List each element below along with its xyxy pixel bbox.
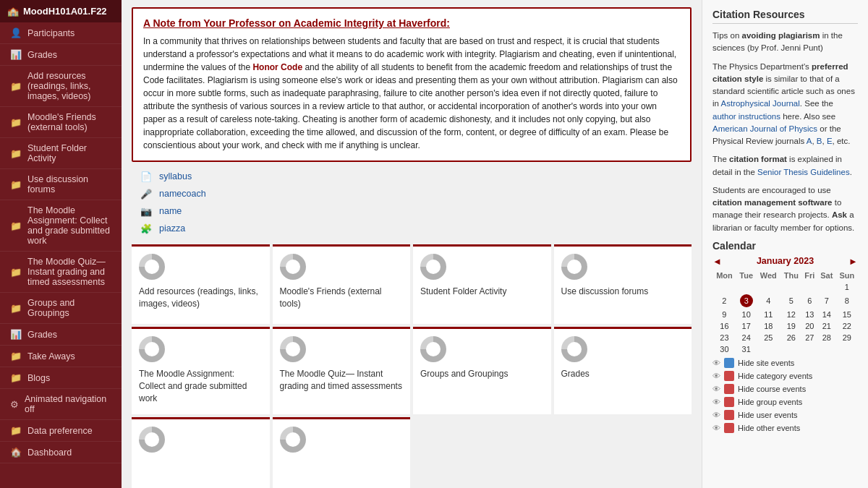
cal-day-18[interactable]: 18: [757, 320, 780, 332]
astrophysical-link[interactable]: Astrophysical Journal: [721, 99, 800, 108]
cal-day-21[interactable]: 21: [817, 320, 836, 332]
cal-day-7[interactable]: 7: [817, 293, 836, 309]
card-moodle-assignment[interactable]: The Moodle Assignment: Collect and grade…: [132, 327, 270, 414]
cal-day-23[interactable]: 23: [712, 332, 736, 343]
sidebar-item-dashboard[interactable]: 🏠Dashboard: [0, 442, 122, 463]
author-instructions-link[interactable]: author instructions: [712, 112, 780, 121]
sidebar-item-moodle-quiz[interactable]: 📁The Moodle Quiz— Instant grading and ti…: [0, 252, 122, 293]
event-site-events[interactable]: 👁 Hide site events: [712, 358, 858, 368]
cal-day-empty: [757, 343, 780, 355]
sidebar-item-moodle-assignment[interactable]: 📁The Moodle Assignment: Collect and grad…: [0, 200, 122, 252]
cal-day-3[interactable]: 3: [736, 293, 757, 309]
sidebar-item-student-folder[interactable]: 📁Student Folder Activity: [0, 138, 122, 169]
link-name[interactable]: 📷name: [139, 204, 692, 218]
event-label-group-events: Hide group events: [738, 398, 802, 406]
sidebar-nav: 👤Participants📊Grades📁Add resources (read…: [0, 22, 122, 463]
sidebar-header[interactable]: 🏫 MoodH101A01.F22: [0, 0, 122, 22]
cal-day-15[interactable]: 15: [836, 309, 858, 320]
sidebar-label-add-resources: Add resources (readings, links, images, …: [27, 71, 114, 101]
sidebar-icon-dashboard: 🏠: [10, 447, 22, 458]
card-groups-groupings[interactable]: Groups and Groupings: [413, 327, 551, 414]
cal-day-14[interactable]: 14: [817, 309, 836, 320]
sidebar-label-groups-groupings: Groups and Groupings: [27, 298, 114, 318]
cal-day-25[interactable]: 25: [757, 332, 780, 343]
sidebar-label-blogs: Blogs: [27, 373, 50, 383]
sidebar-item-take-aways[interactable]: 📁Take Aways: [0, 346, 122, 367]
cal-day-28[interactable]: 28: [817, 332, 836, 343]
sidebar-item-blogs[interactable]: 📁Blogs: [0, 367, 122, 389]
event-other-events[interactable]: 👁 Hide other events: [712, 423, 858, 433]
citation-text1: Tips on avoiding plagiarism in the scien…: [712, 30, 858, 55]
card-more1[interactable]: [132, 417, 270, 488]
event-course-events[interactable]: 👁 Hide course events: [712, 384, 858, 394]
card-use-discussion[interactable]: Use discussion forums: [554, 244, 692, 324]
sidebar-icon-discussion-forums: 📁: [10, 179, 22, 190]
sidebar-icon-blogs: 📁: [10, 372, 22, 383]
cal-day-11[interactable]: 11: [757, 309, 780, 320]
cal-day-9[interactable]: 9: [712, 309, 736, 320]
link-namecoach[interactable]: 🎤namecoach: [139, 187, 692, 201]
cal-day-19[interactable]: 19: [780, 320, 802, 332]
event-group-events[interactable]: 👁 Hide group events: [712, 397, 858, 407]
card-grades[interactable]: Grades: [554, 327, 692, 414]
cal-dow-mon: Mon: [712, 270, 736, 281]
cal-day-29[interactable]: 29: [836, 332, 858, 343]
sidebar-item-moodles-friends[interactable]: 📁Moodle's Friends (external tools): [0, 107, 122, 138]
cal-next-button[interactable]: ►: [848, 256, 858, 267]
card-more2[interactable]: [273, 417, 411, 488]
pra-link[interactable]: A: [807, 137, 812, 145]
sidebar-item-discussion-forums[interactable]: 📁Use discussion forums: [0, 169, 122, 200]
sidebar-item-grades2[interactable]: 📊Grades: [0, 324, 122, 346]
card-moodle-quiz[interactable]: The Moodle Quiz— Instant grading and tim…: [273, 327, 411, 414]
american-journal-link[interactable]: American Journal of Physics: [712, 124, 817, 133]
card-icon-student-folder: [420, 254, 446, 280]
event-user-events[interactable]: 👁 Hide user events: [712, 410, 858, 420]
card-label-use-discussion: Use discussion forums: [561, 286, 685, 298]
sidebar-label-grades: Grades: [27, 50, 57, 60]
link-icon-name: 📷: [139, 204, 153, 218]
cal-day-1[interactable]: 1: [836, 281, 858, 293]
pre-link[interactable]: E: [827, 137, 833, 145]
cal-day-empty: [802, 281, 817, 293]
sidebar-item-data-preference[interactable]: 📁Data preference: [0, 420, 122, 442]
cal-day-16[interactable]: 16: [712, 320, 736, 332]
cal-day-24[interactable]: 24: [736, 332, 757, 343]
cal-day-empty: [712, 281, 736, 293]
link-piazza[interactable]: 🧩piazza: [139, 221, 692, 236]
sidebar-item-participants[interactable]: 👤Participants: [0, 22, 122, 44]
event-category-events[interactable]: 👁 Hide category events: [712, 371, 858, 381]
link-syllabus[interactable]: 📄syllabus: [139, 169, 692, 184]
link-icon-syllabus: 📄: [139, 169, 153, 184]
cal-day-5[interactable]: 5: [780, 293, 802, 309]
card-student-folder[interactable]: Student Folder Activity: [413, 244, 551, 324]
cal-day-22[interactable]: 22: [836, 320, 858, 332]
calendar-title: Calendar: [712, 240, 858, 252]
cal-day-17[interactable]: 17: [736, 320, 757, 332]
cal-day-6[interactable]: 6: [802, 293, 817, 309]
card-label-moodle-quiz: The Moodle Quiz— Instant grading and tim…: [280, 368, 404, 393]
sidebar-item-add-resources[interactable]: 📁Add resources (readings, links, images,…: [0, 66, 122, 107]
honor-code-link[interactable]: Honor Code: [252, 62, 302, 72]
cal-day-8[interactable]: 8: [836, 293, 858, 309]
cal-day-31[interactable]: 31: [736, 343, 757, 355]
cal-day-13[interactable]: 13: [802, 309, 817, 320]
cal-prev-button[interactable]: ◄: [712, 256, 722, 267]
links-row: 📄syllabus🎤namecoach📷name🧩piazza: [139, 169, 692, 236]
cal-day-27[interactable]: 27: [802, 332, 817, 343]
cal-day-30[interactable]: 30: [712, 343, 736, 355]
prb-link[interactable]: B: [817, 137, 822, 145]
sidebar-item-groups-groupings[interactable]: 📁Groups and Groupings: [0, 293, 122, 324]
cal-day-10[interactable]: 10: [736, 309, 757, 320]
cal-day-12[interactable]: 12: [780, 309, 802, 320]
cal-day-4[interactable]: 4: [757, 293, 780, 309]
cal-day-2[interactable]: 2: [712, 293, 736, 309]
card-add-resources[interactable]: Add resources (readings, links, images, …: [132, 244, 270, 324]
sidebar-label-discussion-forums: Use discussion forums: [27, 174, 114, 194]
sidebar-item-grades[interactable]: 📊Grades: [0, 44, 122, 66]
cal-day-20[interactable]: 20: [802, 320, 817, 332]
cal-dow-sun: Sun: [836, 270, 858, 281]
thesis-guidelines-link[interactable]: Senior Thesis Guidelines: [757, 168, 850, 176]
sidebar-item-animated-nav[interactable]: ⚙Animated navigation off: [0, 389, 122, 420]
cal-day-26[interactable]: 26: [780, 332, 802, 343]
card-moodles-friends[interactable]: Moodle's Friends (external tools): [273, 244, 411, 324]
